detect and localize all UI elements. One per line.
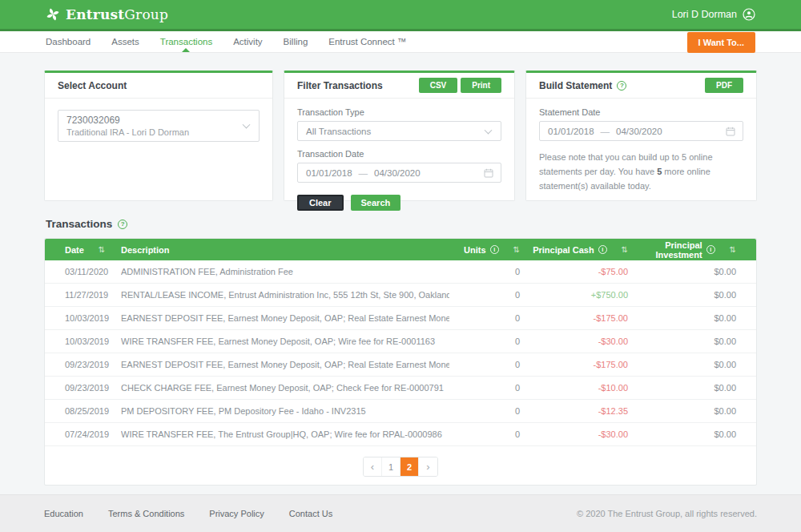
pagination-prev-button[interactable]: ‹ bbox=[364, 457, 382, 476]
cell-units: 0 bbox=[449, 313, 520, 323]
transaction-row: 10/03/2019WIRE TRANSFER FEE, Earnest Mon… bbox=[45, 330, 756, 353]
cell-units: 0 bbox=[449, 267, 520, 276]
cell-description: EARNEST DEPOSIT FEE, Earnest Money Depos… bbox=[121, 360, 449, 369]
info-circle-icon[interactable]: i bbox=[598, 245, 607, 254]
user-menu[interactable]: Lori D Dorman bbox=[672, 8, 755, 21]
cell-principal-investment: $0.00 bbox=[628, 429, 756, 439]
transaction-date-label: Transaction Date bbox=[297, 149, 501, 159]
statement-quota-note: Please note that you can build up to 5 o… bbox=[539, 150, 743, 193]
nav-item-transactions[interactable]: Transactions bbox=[160, 31, 212, 52]
main-content: Select Account 7230032069 Traditional IR… bbox=[0, 53, 801, 486]
col-header-date: Date bbox=[65, 245, 84, 255]
pdf-export-button[interactable]: PDF bbox=[705, 78, 743, 93]
cell-principal-cash: -$30.00 bbox=[520, 337, 628, 346]
person-circle-icon bbox=[743, 8, 755, 21]
cell-units: 0 bbox=[449, 429, 520, 439]
cell-principal-cash: -$175.00 bbox=[520, 360, 628, 369]
cell-date: 10/03/2019 bbox=[45, 313, 121, 323]
cell-description: CHECK CHARGE FEE, Earnest Money Deposit,… bbox=[121, 383, 449, 393]
footer-link-education[interactable]: Education bbox=[44, 509, 83, 518]
cell-date: 07/24/2019 bbox=[45, 429, 121, 439]
col-header-principal-cash: Principal Cash bbox=[533, 245, 594, 255]
cell-principal-investment: $0.00 bbox=[628, 383, 756, 393]
info-circle-icon[interactable]: i bbox=[706, 245, 715, 254]
nav-item-assets[interactable]: Assets bbox=[111, 31, 139, 52]
cell-principal-cash: -$12.35 bbox=[520, 406, 628, 416]
build-statement-title: Build Statement bbox=[539, 80, 612, 91]
pagination-page-2[interactable]: 2 bbox=[400, 457, 419, 476]
pagination: ‹12› bbox=[45, 457, 756, 477]
nav-item-dashboard[interactable]: Dashboard bbox=[46, 31, 91, 52]
cell-date: 10/03/2019 bbox=[45, 337, 121, 346]
transactions-table: Date ⇅ Description Units i ⇅ Principal C… bbox=[44, 238, 757, 486]
sort-arrows-icon[interactable]: ⇅ bbox=[730, 245, 736, 254]
transaction-row: 09/23/2019CHECK CHARGE FEE, Earnest Mone… bbox=[45, 377, 756, 400]
cell-description: WIRE TRANSFER FEE, The Entrust Group|HQ,… bbox=[121, 429, 449, 439]
date-end-value: 04/30/2020 bbox=[616, 127, 662, 136]
transaction-row: 11/27/2019RENTAL/LEASE INCOME, Entrust A… bbox=[45, 284, 756, 307]
statement-date-range-input[interactable]: 01/01/2018 — 04/30/2020 bbox=[539, 121, 743, 141]
date-range-separator: — bbox=[359, 168, 368, 178]
cell-units: 0 bbox=[449, 360, 520, 369]
cell-units: 0 bbox=[449, 337, 520, 346]
cell-principal-investment: $0.00 bbox=[628, 290, 756, 300]
footer-link-contact-us[interactable]: Contact Us bbox=[289, 509, 332, 518]
pagination-page-1[interactable]: 1 bbox=[382, 457, 400, 476]
search-button[interactable]: Search bbox=[351, 195, 401, 211]
cell-description: EARNEST DEPOSIT FEE, Earnest Money Depos… bbox=[121, 313, 449, 323]
sort-arrows-icon[interactable]: ⇅ bbox=[513, 245, 520, 254]
cell-description: ADMINISTRATION FEE, Administration Fee bbox=[121, 267, 449, 276]
filter-transactions-card: Filter Transactions CSV Print Transactio… bbox=[284, 71, 515, 201]
question-circle-icon[interactable]: ? bbox=[118, 220, 127, 229]
build-statement-card: Build Statement ? PDF Statement Date 01/… bbox=[525, 71, 757, 201]
sort-arrows-icon[interactable]: ⇅ bbox=[99, 245, 105, 254]
calendar-icon bbox=[484, 168, 493, 178]
filter-transactions-header: Filter Transactions CSV Print bbox=[284, 73, 514, 99]
logo-text: EntrustGroup bbox=[66, 6, 168, 22]
cell-date: 09/23/2019 bbox=[45, 360, 121, 369]
cell-principal-cash: -$10.00 bbox=[520, 383, 628, 393]
cell-description: WIRE TRANSFER FEE, Earnest Money Deposit… bbox=[121, 337, 449, 346]
filter-transactions-title: Filter Transactions bbox=[297, 80, 383, 91]
nav-item-entrust-connect[interactable]: Entrust Connect ™ bbox=[328, 31, 406, 52]
entrust-group-logo[interactable]: EntrustGroup bbox=[46, 6, 168, 22]
print-button[interactable]: Print bbox=[461, 78, 501, 93]
footer-link-privacy-policy[interactable]: Privacy Policy bbox=[209, 509, 264, 518]
select-account-title: Select Account bbox=[58, 80, 127, 91]
cell-principal-investment: $0.00 bbox=[628, 337, 756, 346]
info-circle-icon[interactable]: i bbox=[490, 245, 499, 254]
account-description: Traditional IRA - Lori D Dorman bbox=[66, 127, 251, 137]
cell-date: 11/27/2019 bbox=[45, 290, 121, 300]
date-range-separator: — bbox=[601, 127, 610, 136]
copyright-text: © 2020 The Entrust Group, all rights res… bbox=[577, 509, 757, 518]
select-account-card: Select Account 7230032069 Traditional IR… bbox=[44, 71, 273, 201]
nav-item-activity[interactable]: Activity bbox=[233, 31, 262, 52]
sort-arrows-icon[interactable]: ⇅ bbox=[622, 245, 628, 254]
pagination-next-button[interactable]: › bbox=[419, 457, 437, 476]
nav-item-billing[interactable]: Billing bbox=[284, 31, 308, 52]
cell-principal-investment: $0.00 bbox=[628, 313, 756, 323]
csv-export-button[interactable]: CSV bbox=[419, 78, 458, 93]
cell-description: PM DEPOSITORY FEE, PM Depository Fee - I… bbox=[121, 406, 449, 416]
cell-principal-investment: $0.00 bbox=[628, 406, 756, 416]
account-number: 7230032069 bbox=[66, 115, 251, 126]
pinwheel-icon bbox=[46, 7, 60, 22]
cell-description: RENTAL/LEASE INCOME, Entrust Administrat… bbox=[121, 290, 449, 300]
cards-row: Select Account 7230032069 Traditional IR… bbox=[44, 71, 757, 201]
transaction-type-label: Transaction Type bbox=[297, 107, 501, 117]
main-nav: DashboardAssetsTransactionsActivityBilli… bbox=[0, 31, 801, 53]
i-want-to-button[interactable]: I Want To... bbox=[687, 32, 755, 53]
footer-link-terms-conditions[interactable]: Terms & Conditions bbox=[108, 509, 184, 518]
transaction-date-range-input[interactable]: 01/01/2018 — 04/30/2020 bbox=[297, 163, 501, 183]
cell-units: 0 bbox=[449, 290, 520, 300]
transaction-row: 09/23/2019EARNEST DEPOSIT FEE, Earnest M… bbox=[45, 353, 756, 377]
col-header-units: Units bbox=[464, 245, 486, 255]
date-start-value: 01/01/2018 bbox=[548, 127, 594, 136]
transaction-type-select[interactable]: All Transactions bbox=[297, 121, 501, 141]
account-select[interactable]: 7230032069 Traditional IRA - Lori D Dorm… bbox=[58, 110, 260, 142]
nav-items: DashboardAssetsTransactionsActivityBilli… bbox=[46, 31, 406, 52]
question-circle-icon[interactable]: ? bbox=[617, 81, 626, 91]
cell-date: 03/11/2020 bbox=[45, 267, 121, 276]
cell-units: 0 bbox=[449, 383, 520, 393]
clear-button[interactable]: Clear bbox=[297, 195, 344, 211]
